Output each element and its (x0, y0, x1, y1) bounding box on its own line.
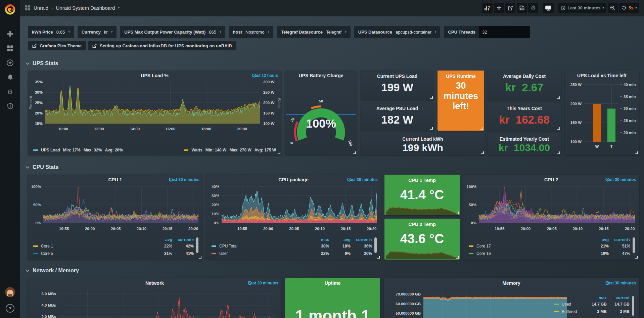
svg-text:19:55: 19:55 (495, 227, 505, 231)
variable-telegraf-datasource[interactable]: Telegraf Datasource Telegraf▾ (277, 26, 351, 38)
grafana-logo-icon[interactable] (0, 0, 20, 19)
zoom-out-button[interactable] (608, 3, 618, 13)
star-button[interactable]: ☆ (494, 3, 504, 13)
dashboards-icon[interactable] (6, 45, 14, 52)
panel-time-range[interactable]: Last 30 minutes (605, 177, 636, 182)
cpu1-temp-sparkline (385, 203, 459, 215)
panel-title[interactable]: UPS Load % (28, 73, 281, 78)
stat-value: 30 minutes left! (438, 81, 484, 111)
cpu2-temp-sparkline (385, 248, 459, 259)
svg-text:70.000000 GB: 70.000000 GB (396, 292, 421, 296)
ups-load-chart[interactable]: 35%300 W30%250 W25%200 W20%150 W15%100 W… (28, 79, 281, 142)
server-admin-shield-icon[interactable] (6, 102, 14, 110)
panel-title[interactable]: UPS Battery Charge (285, 73, 357, 78)
legend-scrollbar[interactable] (374, 237, 377, 253)
variable-ups-max-output[interactable]: UPS Max Output Power Capacity (Watt) 865… (120, 26, 225, 38)
legend-row: Core 17 21% 51% (469, 242, 630, 250)
clock-icon (169, 178, 173, 182)
panel-ups-runtime: UPS Runtime 30 minutes left! (438, 71, 484, 131)
svg-text:20:00: 20:00 (85, 227, 95, 231)
legend-series-name[interactable]: UPS Load (41, 148, 60, 152)
panel-time-range[interactable]: Last 30 minutes (605, 281, 636, 285)
sidebar: ⚙ ? (0, 0, 20, 318)
panel-cpu2: CPU 2 Last 30 minutes 100%50%0%19:5520:0… (463, 175, 639, 260)
create-plus-icon[interactable] (6, 30, 14, 38)
svg-text:20:05: 20:05 (289, 227, 299, 231)
ups-load-legend: UPS Load Min: 17% Max: 32% Avg: 20% Watt… (33, 148, 276, 152)
help-icon[interactable]: ? (6, 304, 14, 313)
external-link-icon (92, 44, 97, 48)
svg-text:100 W: 100 W (263, 122, 274, 126)
svg-text:60.000000 GB: 60.000000 GB (396, 302, 421, 306)
breadcrumb[interactable]: Unraid › Unraid System Dashboard ▾ (25, 5, 120, 11)
variable-ups-datasource[interactable]: UPS Datasource apcupsd-container▾ (354, 26, 441, 38)
ups-load-vs-time-chart[interactable]: 250 W200 W150 W100 W40 min35 min30 min25… (565, 71, 639, 155)
stat-value: kr 162.68 (488, 113, 561, 126)
breadcrumb-page[interactable]: Unraid System Dashboard (56, 5, 115, 11)
panel-average-psu-load: Average PSU Load 182 W (361, 103, 434, 131)
panel-settings-gear-icon[interactable]: ⚙ (528, 3, 538, 13)
cycle-view-monitor-icon[interactable] (543, 3, 554, 13)
svg-text:40%: 40% (212, 185, 219, 189)
panel-current-ups-load: Current UPS Load 199 W (361, 71, 434, 100)
legend-scrollbar[interactable] (196, 237, 198, 253)
variable-currency[interactable]: Currency kr▾ (78, 26, 117, 38)
cpu-package-legend: max avg current▾ CPU Total 38% 18% 36% U… (212, 237, 377, 257)
link-ups-monitoring-guide[interactable]: Setting up Grafana and InfluxDB for UPS … (88, 41, 236, 50)
cpu-threads-input[interactable] (479, 26, 530, 38)
refresh-button[interactable]: 5s ▾ (619, 3, 639, 13)
section-cpu-stats[interactable]: CPU Stats (26, 164, 58, 170)
cpu2-chart[interactable]: 100%50%0%19:5520:0020:0520:1020:1520:20 (463, 184, 639, 234)
legend-scrollbar[interactable] (633, 237, 635, 253)
breadcrumb-root[interactable]: Unraid (34, 5, 48, 11)
svg-text:50%: 50% (33, 203, 41, 207)
panel-uptime: Uptime 1 month 1 (285, 278, 380, 318)
user-avatar[interactable] (5, 287, 15, 297)
memory-chart[interactable]: 70.000000 GB60.000000 GB50.000000 GB (384, 287, 572, 318)
link-grafana-plex-theme[interactable]: Grafana Plex Theme (28, 41, 86, 50)
refresh-interval-label[interactable]: 5s (629, 5, 633, 10)
time-range-picker[interactable]: Last 30 minutes ▾ (558, 3, 606, 13)
alerting-bell-icon[interactable] (6, 74, 14, 81)
svg-text:20:05: 20:05 (111, 227, 121, 231)
save-button[interactable] (517, 3, 527, 13)
network-chart[interactable]: 6.0 MBs4.0 MBs2.0 MBs (28, 287, 281, 318)
variable-host[interactable]: host Nostromo▾ (229, 26, 273, 38)
section-network-memory[interactable]: Network / Memory (26, 268, 79, 274)
chevron-down-icon: ▾ (268, 31, 269, 34)
stat-value: 182 W (361, 113, 434, 126)
svg-text:35%: 35% (35, 80, 43, 84)
svg-text:W: W (595, 144, 599, 148)
legend-scrollbar[interactable] (632, 296, 634, 316)
stat-value: kr 2.67 (488, 81, 561, 94)
time-range-label: Last 30 minutes (567, 5, 600, 10)
configuration-gear-icon[interactable]: ⚙ (6, 88, 14, 95)
chevron-down-icon: ▾ (68, 31, 70, 34)
explore-compass-icon[interactable] (6, 59, 14, 66)
svg-text:10%: 10% (212, 212, 219, 216)
panel-estimated-yearly-cost: Estimated Yearly Cost kr 1034.00 (488, 133, 561, 155)
panel-time-range[interactable]: Last 12 hours (252, 73, 278, 78)
chevron-down-icon: ▾ (118, 6, 120, 9)
panel-time-range[interactable]: Last 30 minutes (347, 177, 378, 182)
svg-text:30%: 30% (212, 194, 219, 198)
svg-text:2.0 MBs: 2.0 MBs (42, 315, 56, 318)
variable-kwh-price[interactable]: kWh Price 0.65▾ (28, 26, 74, 38)
svg-text:25 min: 25 min (624, 119, 636, 123)
svg-text:4.0 MBs: 4.0 MBs (42, 303, 56, 307)
svg-text:15%: 15% (35, 122, 43, 126)
legend-series-name[interactable]: Watts (191, 148, 202, 152)
svg-text:40 min: 40 min (624, 83, 636, 87)
cpu-package-chart[interactable]: 40%30%20%10%0%19:5520:0020:0520:1020:152… (206, 184, 381, 234)
cpu1-chart[interactable]: 100%50%0%19:5520:0020:0520:1020:1520:20 (28, 184, 202, 234)
panel-time-range[interactable]: Last 30 minutes (169, 177, 199, 182)
svg-text:300 W: 300 W (263, 80, 274, 84)
svg-text:20:15: 20:15 (599, 227, 609, 231)
panel-time-range[interactable]: Last 30 minutes (248, 281, 278, 285)
add-panel-button[interactable] (482, 3, 493, 13)
section-ups-stats[interactable]: UPS Stats (26, 60, 58, 66)
share-button[interactable] (505, 3, 515, 13)
stat-value: 199 W (361, 81, 434, 94)
svg-text:20:15: 20:15 (341, 227, 351, 231)
svg-text:20%: 20% (35, 111, 43, 115)
